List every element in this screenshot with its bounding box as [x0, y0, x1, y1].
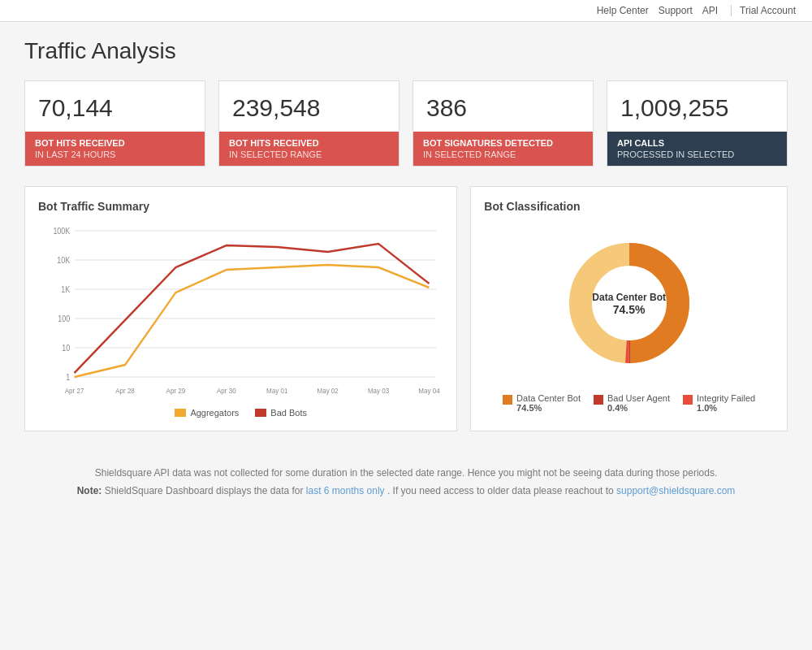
main-content: Traffic Analysis 70,144 BOT HITS RECEIVE…: [0, 22, 812, 535]
donut-label: Data Center Bot 74.5%: [592, 292, 666, 316]
svg-text:May 03: May 03: [368, 387, 390, 396]
pie-legend-integrity-dot: [683, 395, 693, 405]
stat-card-bot-hits-24h: 70,144 BOT HITS RECEIVED in last 24 hour…: [24, 80, 205, 167]
note-label: Note:: [77, 485, 102, 496]
donut-container: Data Center Bot 74.5%: [552, 226, 706, 383]
legend-bad-bots: Bad Bots: [255, 408, 307, 418]
svg-text:1K: 1K: [61, 285, 71, 295]
stat-label-bot-hits-range: BOT HITS RECEIVED in selected range: [219, 132, 399, 166]
pie-legend-bad-user-agent: Bad User Agent 0.4%: [594, 393, 670, 413]
svg-text:100K: 100K: [53, 227, 70, 236]
svg-text:May 01: May 01: [266, 387, 288, 396]
stat-number-bot-signatures: 386: [413, 81, 593, 132]
help-center-link[interactable]: Help Center: [597, 5, 649, 16]
stat-card-bot-signatures: 386 BOT SIGNATURES DETECTED in selected …: [412, 80, 594, 167]
svg-text:10K: 10K: [57, 256, 71, 266]
svg-text:100: 100: [58, 314, 70, 324]
pie-legend-data-center-dot: [503, 395, 512, 405]
note-link[interactable]: last 6 months only: [306, 485, 385, 496]
legend-aggregators: Aggregators: [175, 408, 239, 418]
stat-label-bot-hits-24h: BOT HITS RECEIVED in last 24 hours: [25, 132, 205, 166]
svg-text:Apr 29: Apr 29: [166, 387, 186, 396]
note-text: Note: ShieldSquare Dashboard displays th…: [41, 485, 771, 496]
page-title: Traffic Analysis: [24, 38, 788, 64]
bot-traffic-title: Bot Traffic Summary: [38, 200, 443, 213]
api-notice: Shieldsquare API data was not collected …: [41, 467, 771, 479]
pie-legend-data-center: Data Center Bot 74.5%: [503, 393, 581, 413]
line-chart-svg: 100K 10K 1K 100 10 1 Apr 27 Apr 28 Apr 2…: [38, 223, 443, 401]
notice-section: Shieldsquare API data was not collected …: [24, 451, 788, 519]
legend-aggregators-box: [175, 409, 186, 417]
stat-label-api-calls: API CALLS processed in selected: [607, 132, 787, 166]
top-bar-links: Help Center Support API: [597, 5, 718, 16]
line-chart-area: 100K 10K 1K 100 10 1 Apr 27 Apr 28 Apr 2…: [38, 223, 443, 401]
bot-classification-title: Bot Classification: [484, 200, 774, 213]
stat-number-bot-hits-24h: 70,144: [25, 81, 205, 132]
legend-bad-bots-box: [255, 409, 266, 417]
pie-legend-bad-user-dot: [594, 395, 603, 405]
svg-text:10: 10: [62, 344, 70, 353]
stat-number-api-calls: 1,009,255: [607, 81, 787, 132]
donut-label-title: Data Center Bot: [592, 292, 666, 303]
svg-text:1: 1: [66, 373, 70, 383]
stat-label-bot-signatures: BOT SIGNATURES DETECTED in selected rang…: [413, 132, 593, 166]
note-email[interactable]: support@shieldsquare.com: [616, 485, 735, 496]
svg-text:May 04: May 04: [418, 387, 440, 396]
api-link[interactable]: API: [702, 5, 718, 16]
pie-legend: Data Center Bot 74.5% Bad User Agent 0.4…: [484, 393, 774, 413]
stat-card-api-calls: 1,009,255 API CALLS processed in selecte…: [607, 80, 788, 167]
pie-legend-integrity-failed: Integrity Failed 1.0%: [683, 393, 755, 413]
account-label: Trial Account: [731, 5, 796, 16]
support-link[interactable]: Support: [659, 5, 693, 16]
stat-number-bot-hits-range: 239,548: [219, 81, 399, 132]
pie-area: Data Center Bot 74.5%: [484, 223, 774, 385]
svg-text:Apr 27: Apr 27: [65, 387, 84, 396]
bot-classification-card: Bot Classification: [470, 186, 788, 431]
svg-text:Apr 30: Apr 30: [217, 387, 236, 396]
svg-text:May 02: May 02: [317, 387, 339, 396]
svg-text:Apr 28: Apr 28: [115, 387, 135, 396]
charts-row: Bot Traffic Summary 100K 10K 1K 100 10: [24, 186, 788, 431]
stats-row: 70,144 BOT HITS RECEIVED in last 24 hour…: [24, 80, 788, 167]
top-bar: Help Center Support API Trial Account: [0, 0, 812, 22]
stat-card-bot-hits-range: 239,548 BOT HITS RECEIVED in selected ra…: [218, 80, 400, 167]
chart-legend: Aggregators Bad Bots: [38, 408, 443, 418]
bot-traffic-summary-card: Bot Traffic Summary 100K 10K 1K 100 10: [24, 186, 457, 431]
donut-label-pct: 74.5%: [592, 303, 666, 316]
